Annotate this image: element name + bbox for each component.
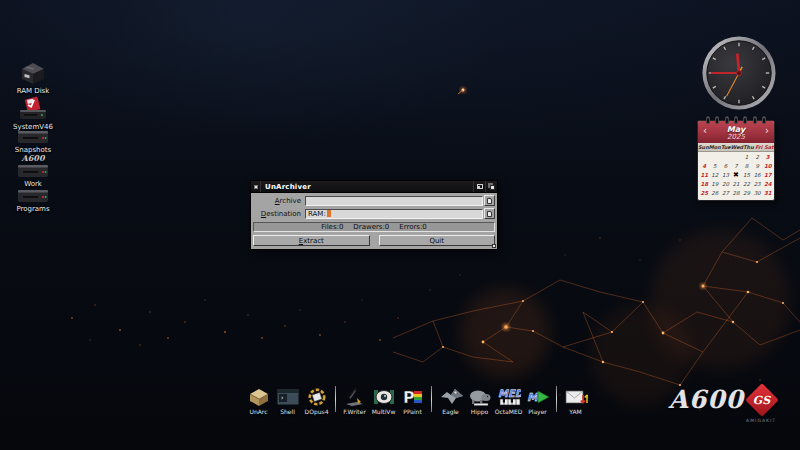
ppaint-icon: P [402,387,424,407]
dock-item-ppaint[interactable]: P PPaint [399,387,426,415]
envelope-icon [564,387,588,407]
calendar-day-header: Sun [698,143,709,151]
calendar-day: 27 [720,189,731,198]
file-icon [487,211,492,217]
calendar-day-header: Wed [731,143,743,151]
calendar-day: 26 [710,189,721,198]
calendar-day-header: Mon [709,143,721,151]
window-title: UnArchiver [261,181,473,192]
window-depth-button[interactable] [485,181,497,192]
window-zoom-button[interactable] [473,181,485,192]
calendar-day: 7 [731,162,742,171]
calendar-day: 11 [699,171,710,180]
calendar-day: 5 [710,162,721,171]
icon-label: Programs [16,205,49,213]
calendar-day-header: Tue [721,143,731,151]
window-resize-handle[interactable] [492,244,496,248]
icon-label: Work [24,180,42,188]
calendar-day: 23 [752,180,763,189]
dopus-disc-icon [306,387,328,407]
calendar-day: ✖ [731,171,742,180]
calendar-day: 10 [762,162,773,171]
dock-item-multivw[interactable]: MultiVw [370,387,397,415]
archive-input[interactable] [305,196,483,206]
calendar-day: 22 [741,180,752,189]
svg-text:›: › [280,394,284,402]
window-titlebar[interactable]: UnArchiver [251,181,497,193]
comet-spark [458,87,466,94]
destination-input[interactable]: RAM: [305,209,483,219]
calendar-day: 1 [741,153,752,162]
calendar-day [710,153,721,162]
dock: UnArc › Shell DOpus4 [245,386,589,415]
window-close-button[interactable] [251,181,261,192]
eye-icon [372,388,396,406]
dock-item-eagle[interactable]: Eagle [437,387,464,415]
dock-separator [335,386,336,412]
destination-file-picker-button[interactable] [484,208,495,219]
dock-item-unarc[interactable]: UnArc [245,387,272,415]
extract-button[interactable]: Extract [253,235,370,246]
calendar-day [699,153,710,162]
desktop-icon-work[interactable]: A600 Work [7,155,59,188]
calendar-day: 8 [741,162,752,171]
calendar-year: 2025 [700,133,772,141]
calendar-day: 4 [699,162,710,171]
calendar-prev-button[interactable]: ‹ [703,126,707,136]
calendar-day: 18 [699,180,710,189]
calendar-grid: 12345678910111213✖1516171819202122232425… [698,152,774,200]
terminal-icon: › [276,388,300,406]
calendar-day: 29 [741,189,752,198]
calendar-header: ‹ May 2025 › [698,121,774,143]
destination-label: Destination [253,210,305,218]
calendar-day: 15 [741,171,752,180]
dock-item-yam[interactable]: YAM [562,387,589,415]
file-icon [487,198,492,204]
dock-item-hippo[interactable]: Hippo [466,387,493,415]
dock-item-shell[interactable]: › Shell [274,387,301,415]
brand-subtext: AMIGAKIT [746,418,776,423]
calendar-day: 25 [699,189,710,198]
desktop-icon-systemv46[interactable]: SystemV46 [7,96,59,131]
calendar-day: 24 [762,180,773,189]
archive-file-picker-button[interactable] [484,195,495,206]
desktop-icon-programs[interactable]: Programs [7,188,59,213]
archive-label: Archive [253,197,305,205]
dock-item-octamed[interactable]: MED OctaMED [495,387,522,415]
calendar-day [720,153,731,162]
calendar-widget: ‹ May 2025 › SunMonTueWedThuFriSat 12345… [697,116,775,201]
errors-count: Errors:0 [399,223,427,231]
calendar-day: 21 [731,180,742,189]
dock-item-dopus4[interactable]: DOpus4 [303,387,330,415]
icon-label: RAM Disk [17,87,50,95]
quit-button[interactable]: Quit [379,235,496,246]
octamed-icon: MED [497,387,521,407]
svg-text:P: P [403,388,415,407]
drawer-icon [17,188,49,204]
calendar-day: 3 [762,153,773,162]
status-bar: Files:0 Drawers:0 Errors:0 [253,222,495,232]
desktop-icon-snapshots[interactable]: Snapshots [7,129,59,154]
files-count: Files:0 [321,223,343,231]
a600gs-brand: A600 GS AMIGAKIT [668,385,774,414]
calendar-day: 19 [710,180,721,189]
calendar-day: 9 [752,162,763,171]
calendar-binding-rings [697,116,775,124]
calendar-day-headers: SunMonTueWedThuFriSat [698,143,774,152]
calendar-day-header: Fri [754,143,764,151]
fountain-pen-icon [343,387,367,407]
drawers-count: Drawers:0 [353,223,389,231]
calendar-next-button[interactable]: › [765,126,769,136]
drawer-icon [17,129,49,145]
eagle-icon [439,388,463,406]
calendar-day: 12 [710,171,721,180]
desktop-icon-ram-disk[interactable]: RAM Disk [7,60,59,95]
calendar-day: 17 [762,171,773,180]
work-drive-logo: A600 [22,155,45,162]
brand-gs-badge: GS [745,383,779,417]
calendar-day: 31 [762,189,773,198]
dock-item-player[interactable]: M Player [524,387,551,415]
med-player-icon: M [526,387,550,407]
dock-item-fwriter[interactable]: F.Writer [341,387,368,415]
svg-text:M: M [527,391,539,404]
